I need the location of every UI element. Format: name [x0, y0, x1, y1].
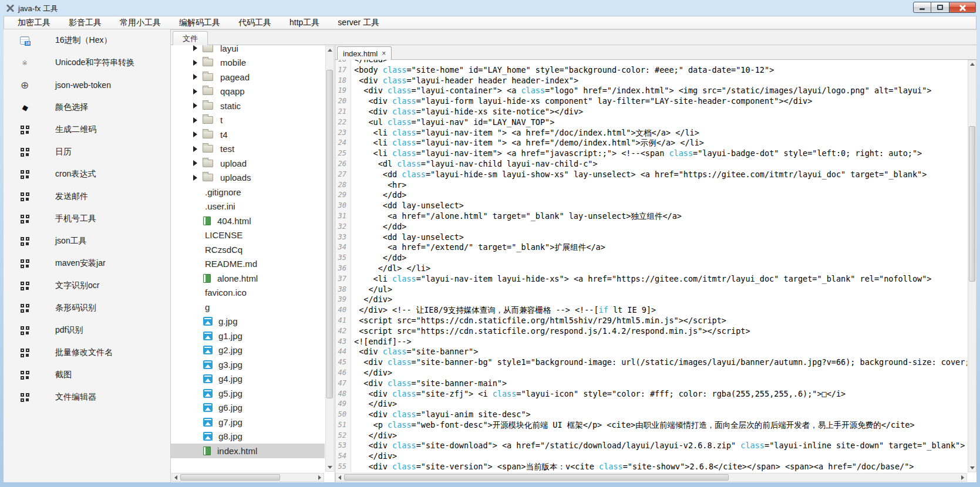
- tree-row-file-g[interactable]: g: [171, 300, 325, 314]
- scroll-up-icon[interactable]: [326, 46, 334, 54]
- code-line[interactable]: 33 <dd lay-unselect>: [335, 232, 967, 243]
- code-line[interactable]: 53 <div class="site-download"> <a href="…: [335, 441, 967, 451]
- code-line[interactable]: 17<body class="site-home" id="LAY_home" …: [335, 65, 967, 76]
- tree-row-file-README.md[interactable]: README.md: [171, 257, 325, 272]
- tree-row-file-g2.jpg[interactable]: g2.jpg: [171, 343, 325, 358]
- expand-arrow-icon[interactable]: [193, 89, 197, 94]
- code-line[interactable]: 19 <div class="layui-container"> <a clas…: [335, 86, 967, 96]
- tree-row-folder-mobile[interactable]: mobile: [171, 56, 325, 70]
- code-area[interactable]: 16</head>17<body class="site-home" id="L…: [335, 60, 967, 472]
- expand-arrow-icon[interactable]: [193, 146, 197, 152]
- code-line[interactable]: 55 <div class="site-version"> <span>当前版本…: [335, 462, 967, 472]
- scroll-left-icon[interactable]: [172, 474, 180, 481]
- code-line[interactable]: 28 <hr>: [335, 180, 967, 191]
- file-tree-vertical-scrollbar[interactable]: [325, 46, 334, 472]
- tree-row-file-.gitignore[interactable]: .gitignore: [171, 185, 325, 199]
- tree-row-folder-t4[interactable]: t4: [171, 127, 325, 142]
- scroll-right-icon[interactable]: [316, 474, 324, 481]
- sidebar-item-10[interactable]: maven安装jar: [4, 252, 170, 275]
- sidebar-item-7[interactable]: 发送邮件: [4, 185, 170, 208]
- code-line[interactable]: 40 </div> <!-- 让IE8/9支持媒体查询，从而兼容栅格 --> <…: [335, 305, 967, 316]
- tree-row-file-index.html[interactable]: index.html: [171, 444, 325, 458]
- sidebar-item-11[interactable]: 文字识别ocr: [4, 275, 170, 297]
- code-line[interactable]: 23 <li class="layui-nav-item "> <a href=…: [335, 128, 967, 138]
- tab-files[interactable]: 文件: [173, 31, 208, 45]
- code-line[interactable]: 32 </dd>: [335, 222, 967, 232]
- code-line[interactable]: 52 </div>: [335, 431, 967, 441]
- code-line[interactable]: 27 <dd class="layui-hide-sm layui-show-x…: [335, 170, 967, 180]
- sidebar-item-14[interactable]: 批量修改文件名: [4, 341, 170, 364]
- code-line[interactable]: 45 <div class="site-banner-bg" style1="b…: [335, 357, 967, 368]
- code-line[interactable]: 48 <div class="site-zfj"> <i class="layu…: [335, 389, 967, 400]
- tree-row-folder-layui[interactable]: layui: [171, 45, 325, 56]
- editor-vertical-scrollbar[interactable]: [968, 60, 976, 472]
- code-line[interactable]: 54 </div>: [335, 451, 967, 462]
- tree-row-folder-qqapp[interactable]: qqapp: [171, 84, 325, 99]
- close-button[interactable]: [949, 2, 976, 13]
- expand-arrow-icon[interactable]: [193, 131, 197, 137]
- sidebar-item-15[interactable]: 截图: [4, 364, 170, 386]
- sidebar-item-8[interactable]: 手机号工具: [4, 208, 170, 230]
- code-line[interactable]: 18 <div class="layui-header header heade…: [335, 76, 967, 86]
- tree-row-folder-upload[interactable]: upload: [171, 156, 325, 171]
- scrollbar-thumb[interactable]: [326, 70, 333, 398]
- tree-row-folder-pagead[interactable]: pagead: [171, 70, 325, 84]
- tree-row-folder-uploads[interactable]: uploads: [171, 171, 325, 185]
- sidebar-item-0[interactable]: 16进制（Hex）: [4, 29, 170, 52]
- tree-row-file-g.jpg[interactable]: g.jpg: [171, 314, 325, 329]
- sidebar-item-13[interactable]: pdf识别: [4, 319, 170, 341]
- expand-arrow-icon[interactable]: [193, 103, 197, 109]
- menu-item-0[interactable]: 加密工具: [10, 16, 58, 29]
- expand-arrow-icon[interactable]: [193, 117, 197, 123]
- tree-row-file-g6.jpg[interactable]: g6.jpg: [171, 401, 325, 415]
- scroll-left-icon[interactable]: [336, 474, 343, 481]
- code-line[interactable]: 39 </div>: [335, 295, 967, 305]
- scrollbar-thumb[interactable]: [180, 474, 280, 481]
- code-line[interactable]: 49 </div>: [335, 399, 967, 410]
- menu-item-2[interactable]: 常用小工具: [112, 16, 169, 29]
- code-line[interactable]: 38 </ul>: [335, 285, 967, 295]
- code-line[interactable]: 35 </dd>: [335, 253, 967, 263]
- title-bar[interactable]: java-fx 工具: [0, 0, 980, 16]
- editor-horizontal-scrollbar[interactable]: [335, 473, 967, 482]
- menu-item-6[interactable]: server 工具: [330, 16, 387, 29]
- sidebar-item-2[interactable]: ⊕json-web-token: [4, 74, 170, 96]
- sidebar-item-3[interactable]: ◆颜色选择: [4, 96, 170, 119]
- code-line[interactable]: 47 <div class="site-banner-main">: [335, 378, 967, 389]
- sidebar-item-5[interactable]: 日历: [4, 141, 170, 163]
- expand-arrow-icon[interactable]: [193, 74, 197, 80]
- code-line[interactable]: 16</head>: [335, 60, 967, 65]
- code-line[interactable]: 37 <li class="layui-nav-item layui-hide-…: [335, 274, 967, 285]
- menu-item-3[interactable]: 编解码工具: [171, 16, 228, 29]
- code-line[interactable]: 46 </div>: [335, 368, 967, 378]
- menu-item-5[interactable]: http工具: [282, 16, 327, 29]
- tab-index-html[interactable]: index.html ×: [337, 46, 392, 60]
- code-line[interactable]: 31 <a href="/alone.html" target="_blank"…: [335, 211, 967, 222]
- scroll-up-icon[interactable]: [968, 60, 976, 68]
- scrollbar-thumb[interactable]: [344, 474, 729, 481]
- code-line[interactable]: 34 <a href="/extend/" target="_blank">扩展…: [335, 242, 967, 253]
- tree-row-file-g5.jpg[interactable]: g5.jpg: [171, 386, 325, 401]
- tree-row-folder-t[interactable]: t: [171, 113, 325, 128]
- code-line[interactable]: 21 <div class="layui-hide-xs site-notice…: [335, 107, 967, 117]
- minimize-button[interactable]: [913, 2, 931, 13]
- code-line[interactable]: 20 <div class="layui-form layui-hide-xs …: [335, 96, 967, 107]
- code-line[interactable]: 26 <dl class="layui-nav-child layui-nav-…: [335, 159, 967, 170]
- tree-row-file-g4.jpg[interactable]: g4.jpg: [171, 372, 325, 387]
- tree-row-file-.user.ini[interactable]: .user.ini: [171, 199, 325, 214]
- sidebar-item-16[interactable]: 文件编辑器: [4, 386, 170, 408]
- code-line[interactable]: 25 <li class="layui-nav-item"> <a href="…: [335, 148, 967, 159]
- code-line[interactable]: 24 <li class="layui-nav-item "> <a href=…: [335, 138, 967, 148]
- expand-arrow-icon[interactable]: [193, 160, 197, 166]
- file-tree-horizontal-scrollbar[interactable]: [171, 473, 324, 482]
- tree-row-file-404.html[interactable]: 404.html: [171, 214, 325, 228]
- maximize-button[interactable]: [931, 2, 949, 13]
- code-line[interactable]: 29 </dd>: [335, 190, 967, 201]
- tree-row-file-LICENSE[interactable]: LICENSE: [171, 228, 325, 243]
- code-line[interactable]: 43<![endif]-->: [335, 337, 967, 347]
- sidebar-item-4[interactable]: 生成二维码: [4, 119, 170, 141]
- code-line[interactable]: 42 <script src="https://cdn.staticfile.o…: [335, 326, 967, 337]
- tree-row-file-favicon.ico[interactable]: favicon.ico: [171, 286, 325, 300]
- scrollbar-thumb[interactable]: [969, 126, 975, 282]
- tree-row-file-g1.jpg[interactable]: g1.jpg: [171, 329, 325, 343]
